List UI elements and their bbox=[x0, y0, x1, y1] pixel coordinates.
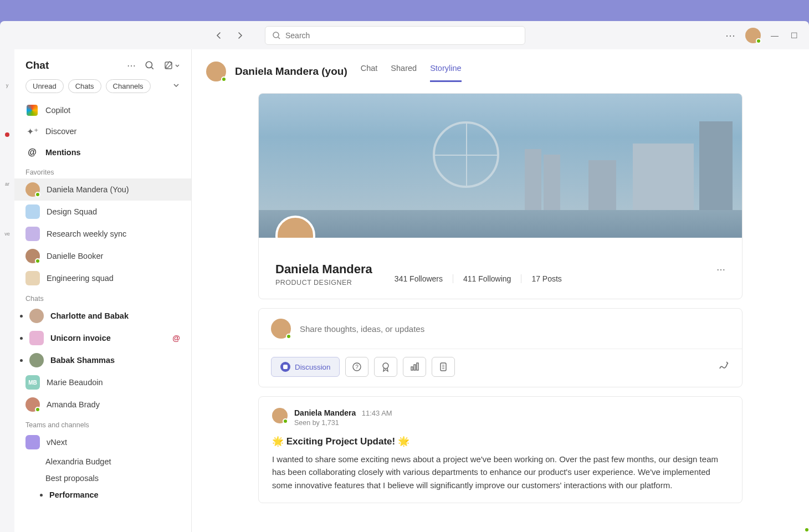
sidebar-item-design-squad[interactable]: Design Squad bbox=[14, 201, 191, 223]
tab-chat[interactable]: Chat bbox=[361, 60, 378, 82]
team-icon bbox=[25, 227, 40, 241]
copilot-icon bbox=[27, 105, 38, 116]
svg-rect-10 bbox=[417, 363, 418, 370]
sidebar-item-vnext[interactable]: vNext bbox=[14, 431, 191, 453]
article-icon bbox=[438, 361, 449, 372]
sidebar-item-label: Mentions bbox=[45, 148, 81, 157]
window-maximize-button[interactable]: ☐ bbox=[791, 31, 798, 40]
filter-channels[interactable]: Channels bbox=[106, 79, 151, 93]
sidebar-item-label: Babak Shammas bbox=[50, 356, 115, 365]
section-favorites: Favorites bbox=[14, 163, 191, 178]
tab-shared[interactable]: Shared bbox=[391, 60, 417, 82]
svg-point-2 bbox=[146, 62, 152, 68]
sidebar-item-discover[interactable]: ✦⁺ Discover bbox=[14, 121, 191, 142]
sidebar-item-alexandria[interactable]: Alexandria Budget bbox=[14, 453, 191, 470]
followers-stat[interactable]: 341 Followers bbox=[395, 274, 453, 283]
following-stat[interactable]: 411 Following bbox=[453, 274, 521, 283]
sidebar-item-label: Unicorn invoice bbox=[50, 334, 111, 342]
sparkle-icon: ✦⁺ bbox=[25, 125, 39, 138]
post-avatar[interactable] bbox=[272, 408, 288, 423]
sidebar-item-performance[interactable]: Performance bbox=[14, 487, 191, 503]
compose-button[interactable] bbox=[163, 60, 180, 70]
search-box[interactable] bbox=[265, 26, 525, 45]
sidebar-item-self[interactable]: Daniela Mandera (You) bbox=[14, 178, 191, 201]
search-input[interactable] bbox=[285, 31, 518, 40]
rail-item[interactable]: ve bbox=[4, 231, 10, 237]
sidebar-item-copilot[interactable]: Copilot bbox=[14, 100, 191, 121]
team-icon bbox=[25, 435, 40, 449]
search-icon bbox=[272, 31, 281, 40]
post-author[interactable]: Daniela Mandera bbox=[294, 408, 356, 417]
unread-dot-icon bbox=[40, 494, 43, 497]
sidebar-item-danielle[interactable]: Danielle Booker bbox=[14, 245, 191, 267]
filter-unread[interactable]: Unread bbox=[25, 79, 64, 93]
sidebar-item-engineering[interactable]: Engineering squad bbox=[14, 267, 191, 289]
nav-back-button[interactable] bbox=[211, 27, 227, 44]
unread-dot-icon bbox=[20, 337, 23, 340]
svg-point-7 bbox=[383, 363, 388, 369]
signature-button[interactable] bbox=[718, 360, 730, 374]
poll-icon bbox=[409, 361, 420, 372]
nav-forward-button[interactable] bbox=[232, 27, 248, 44]
app-rail: y ar ve bbox=[0, 49, 14, 532]
at-icon: @ bbox=[25, 146, 39, 159]
question-icon: ? bbox=[351, 361, 362, 372]
sidebar-item-proposals[interactable]: Best proposals bbox=[14, 470, 191, 487]
post-seen: Seen by 1,731 bbox=[294, 419, 392, 427]
avatar-icon bbox=[25, 397, 40, 412]
article-button[interactable] bbox=[432, 357, 455, 377]
post-card: Daniela Mandera 11:43 AM Seen by 1,731 🌟… bbox=[258, 396, 743, 503]
svg-rect-9 bbox=[414, 365, 416, 370]
posts-stat[interactable]: 17 Posts bbox=[521, 274, 571, 283]
question-button[interactable]: ? bbox=[345, 357, 368, 377]
user-avatar[interactable] bbox=[745, 28, 761, 43]
activity-indicator-icon bbox=[5, 132, 9, 137]
profile-name: Daniela Mandera bbox=[275, 262, 372, 277]
window-minimize-button[interactable]: — bbox=[771, 31, 779, 40]
discussion-label: Discussion bbox=[295, 363, 330, 371]
profile-more-button[interactable]: ⋯ bbox=[716, 264, 725, 275]
sidebar-item-babak[interactable]: Babak Shammas bbox=[14, 349, 191, 371]
profile-role: PRODUCT DESIGNER bbox=[275, 279, 372, 287]
sidebar-search-icon[interactable] bbox=[145, 60, 155, 70]
more-button[interactable]: ⋯ bbox=[725, 29, 735, 42]
team-icon bbox=[25, 271, 40, 285]
svg-line-1 bbox=[278, 37, 280, 39]
sidebar-item-label: Performance bbox=[49, 490, 99, 499]
sidebar-item-amanda[interactable]: Amanda Brady bbox=[14, 393, 191, 416]
filter-expand-icon[interactable] bbox=[172, 81, 180, 91]
unread-dot-icon bbox=[20, 359, 23, 362]
tab-storyline[interactable]: Storyline bbox=[430, 60, 461, 82]
sidebar-item-marie[interactable]: MB Marie Beaudoin bbox=[14, 371, 191, 393]
profile-avatar[interactable] bbox=[275, 216, 315, 238]
rail-item[interactable]: y bbox=[6, 83, 9, 88]
sidebar-item-label: Design Squad bbox=[47, 207, 97, 216]
team-icon bbox=[29, 331, 44, 345]
avatar-icon bbox=[29, 353, 44, 367]
sidebar-item-research-sync[interactable]: Research weekly sync bbox=[14, 223, 191, 245]
sidebar-item-label: Engineering squad bbox=[47, 274, 114, 283]
composer-card: Discussion ? bbox=[258, 308, 743, 387]
header-avatar[interactable] bbox=[206, 62, 226, 81]
sidebar-item-label: Best proposals bbox=[45, 474, 99, 483]
sidebar-item-mentions[interactable]: @ Mentions bbox=[14, 142, 191, 163]
filter-chats[interactable]: Chats bbox=[68, 79, 101, 93]
rail-item[interactable]: ar bbox=[5, 181, 9, 187]
sidebar-item-charlotte-babak[interactable]: Charlotte and Babak bbox=[14, 305, 191, 327]
sidebar-more-button[interactable]: ⋯ bbox=[127, 60, 136, 71]
chat-bubble-icon bbox=[280, 362, 290, 372]
composer-input[interactable] bbox=[300, 324, 730, 334]
avatar-icon: MB bbox=[25, 375, 40, 390]
sidebar-item-unicorn[interactable]: Unicorn invoice @ bbox=[14, 327, 191, 349]
post-timestamp: 11:43 AM bbox=[362, 409, 392, 417]
praise-button[interactable] bbox=[374, 357, 397, 377]
svg-point-0 bbox=[273, 32, 279, 38]
sidebar-title: Chat bbox=[25, 59, 49, 71]
main-content: Daniela Mandera (you) Chat Shared Storyl… bbox=[192, 49, 809, 532]
avatar-icon bbox=[29, 309, 44, 323]
post-title: 🌟 Exciting Project Update! 🌟 bbox=[272, 436, 729, 447]
page-title: Daniela Mandera (you) bbox=[235, 65, 347, 78]
discussion-button[interactable]: Discussion bbox=[271, 357, 340, 377]
poll-button[interactable] bbox=[403, 357, 426, 377]
pen-icon bbox=[718, 360, 730, 372]
